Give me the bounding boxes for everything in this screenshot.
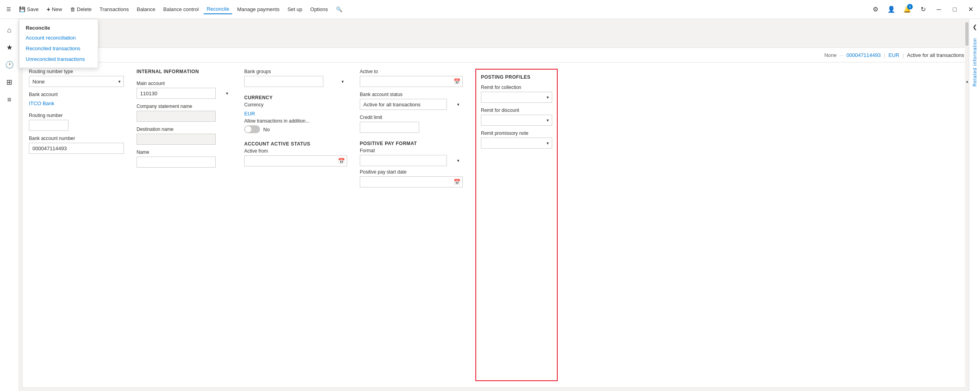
format-label: Format: [360, 148, 463, 153]
balance-label: Balance: [137, 6, 156, 12]
sidebar-home-icon[interactable]: ⌂: [2, 22, 17, 38]
posting-profiles-title: POSTING PROFILES: [481, 74, 552, 80]
close-icon-btn[interactable]: ✕: [964, 3, 977, 16]
company-statement-group: Company statement name: [137, 104, 232, 122]
balance-control-button[interactable]: Balance control: [160, 5, 202, 14]
dropdown-unreconciled-transactions[interactable]: Unreconciled transactions: [19, 54, 98, 64]
reconcile-button[interactable]: Reconcile: [203, 4, 232, 14]
dropdown-reconciled-transactions[interactable]: Reconciled transactions: [19, 43, 98, 54]
notification-icon-btn[interactable]: 🔔 0: [901, 3, 914, 16]
format-wrapper: ▾: [360, 155, 463, 166]
search-button[interactable]: 🔍: [333, 5, 346, 14]
allow-transactions-toggle-wrapper: No: [244, 125, 347, 133]
refresh-icon-btn[interactable]: ↻: [917, 3, 929, 16]
bank-account-number-group: Bank account number 000047114493: [29, 136, 124, 154]
bank-groups-select[interactable]: [244, 76, 323, 87]
balance-control-label: Balance control: [163, 6, 199, 12]
col-basic-info: Routing number type None ▾ Bank account …: [29, 69, 124, 381]
remit-promissory-wrapper: ▾: [481, 138, 552, 149]
set-up-button[interactable]: Set up: [284, 5, 306, 14]
remit-promissory-label: Remit promissory note: [481, 130, 552, 136]
set-up-label: Set up: [287, 6, 302, 12]
remit-collection-label: Remit for collection: [481, 85, 552, 90]
bank-account-link[interactable]: ITCO Bank: [29, 99, 124, 108]
remit-collection-group: Remit for collection ▾: [481, 85, 552, 103]
routing-number-input[interactable]: [29, 120, 68, 131]
routing-number-group: Routing number: [29, 113, 124, 131]
name-label: Name: [137, 149, 232, 155]
maximize-icon-btn[interactable]: □: [948, 3, 961, 16]
delete-button[interactable]: 🗑 Delete: [67, 5, 95, 14]
save-label: Save: [27, 6, 39, 12]
related-information-label[interactable]: Related information: [972, 38, 978, 87]
new-label: New: [52, 6, 62, 12]
transactions-button[interactable]: Transactions: [97, 5, 132, 14]
company-statement-input[interactable]: [137, 111, 216, 122]
collapse-related-icon[interactable]: ❮: [971, 22, 979, 32]
sidebar-grid-icon[interactable]: ⊞: [2, 74, 17, 90]
content-panel: General None -- 000047114493 | EUR | Act…: [22, 47, 977, 388]
manage-payments-button[interactable]: Manage payments: [234, 5, 283, 14]
scrollbar-area: [965, 19, 969, 391]
sidebar-clock-icon[interactable]: 🕐: [2, 57, 17, 73]
scrollbar-up-icon[interactable]: ▴: [966, 79, 968, 83]
new-button[interactable]: + New: [44, 4, 65, 15]
active-from-wrapper: 📅: [244, 155, 347, 166]
meta-sep2: |: [884, 52, 885, 58]
notification-badge: 0: [907, 4, 913, 9]
main-account-chevron: ▾: [226, 91, 228, 96]
company-statement-label: Company statement name: [137, 104, 232, 109]
save-icon: 💾: [19, 6, 25, 12]
destination-name-input[interactable]: [137, 134, 216, 145]
remit-discount-select[interactable]: [481, 115, 552, 126]
active-to-input[interactable]: [360, 76, 463, 87]
remit-discount-label: Remit for discount: [481, 108, 552, 113]
main-account-label: Main account: [137, 81, 232, 86]
name-input[interactable]: [137, 157, 216, 168]
currency-group: Currency EUR: [244, 102, 347, 118]
format-select[interactable]: [360, 155, 447, 166]
currency-link[interactable]: EUR: [244, 109, 347, 118]
hamburger-icon: ☰: [6, 6, 11, 12]
manage-payments-label: Manage payments: [237, 6, 279, 12]
bank-account-status-select[interactable]: Active for all transactions: [360, 99, 447, 110]
routing-number-type-wrapper: None ▾: [29, 76, 124, 87]
main-area: ⊿ Bank accounts ITCO Bank General None -…: [19, 19, 980, 391]
credit-limit-input[interactable]: [360, 122, 419, 133]
account-active-status-title: ACCOUNT ACTIVE STATUS: [244, 141, 347, 147]
meta-status: Active for all transactions: [907, 52, 964, 58]
routing-number-type-select[interactable]: None: [29, 76, 124, 87]
save-button[interactable]: 💾 Save: [16, 5, 42, 14]
col-currency: Bank groups ▾ CURRENCY Currency EUR: [244, 69, 347, 381]
routing-number-type-group: Routing number type None ▾: [29, 69, 124, 87]
currency-section-title: CURRENCY: [244, 95, 347, 100]
active-from-input[interactable]: [244, 155, 347, 166]
scrollbar-thumb[interactable]: [965, 22, 969, 46]
settings-icon-btn[interactable]: ⚙: [869, 3, 882, 16]
col-internal-info: INTERNAL INFORMATION Main account 110130…: [137, 69, 232, 381]
breadcrumb-area: ⊿ Bank accounts: [19, 19, 980, 30]
bank-account-number-input[interactable]: 000047114493: [29, 143, 124, 154]
bank-account-status-chevron: ▾: [457, 102, 460, 107]
sidebar-list-icon[interactable]: ≡: [2, 92, 17, 108]
main-account-group: Main account 110130 ▾: [137, 81, 232, 99]
options-button[interactable]: Options: [307, 5, 331, 14]
minimize-icon-btn[interactable]: ─: [933, 3, 945, 16]
remit-collection-select[interactable]: [481, 92, 552, 103]
main-account-select[interactable]: 110130: [137, 88, 216, 99]
person-icon-btn[interactable]: 👤: [885, 3, 898, 16]
allow-transactions-toggle[interactable]: [244, 125, 260, 133]
sidebar-star-icon[interactable]: ★: [2, 40, 17, 55]
left-sidebar: ⌂ ★ 🕐 ⊞ ≡: [0, 19, 19, 391]
dropdown-account-reconciliation[interactable]: Account reconciliation: [19, 32, 98, 43]
balance-button[interactable]: Balance: [134, 5, 159, 14]
bank-groups-chevron: ▾: [342, 79, 344, 84]
positive-pay-start-date-input[interactable]: [360, 176, 463, 187]
meta-account: 000047114493: [846, 52, 881, 58]
destination-name-label: Destination name: [137, 127, 232, 132]
hamburger-button[interactable]: ☰: [3, 5, 14, 14]
format-group: Format ▾: [360, 148, 463, 166]
reconcile-dropdown: Reconcile Account reconciliation Reconci…: [19, 19, 98, 68]
remit-promissory-select[interactable]: [481, 138, 552, 149]
active-from-label: Active from: [244, 148, 347, 154]
